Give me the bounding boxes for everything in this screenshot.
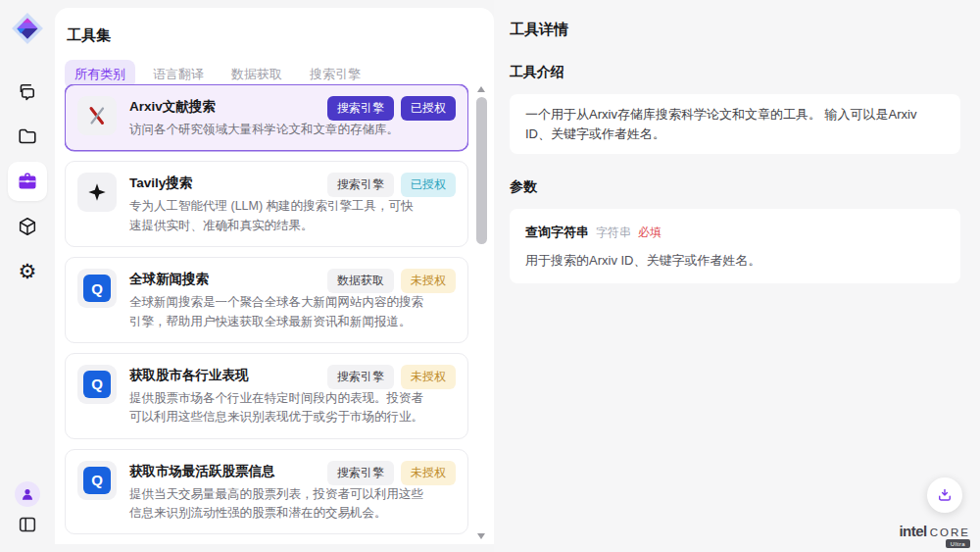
ultra-badge: Ultra <box>946 539 970 548</box>
tool-desc: 提供股票市场各个行业在特定时间段内的表现。投资者可以利用这些信息来识别表现优于或… <box>129 389 423 427</box>
news-q-logo-icon: Q <box>77 269 117 308</box>
tool-detail-panel: 工具详情 工具介绍 一个用于从Arxiv存储库搜索科学论文和文章的工具。 输入可… <box>494 0 980 552</box>
scrollbar-thumb[interactable] <box>476 97 487 244</box>
tool-card-active-stocks[interactable]: Q 获取市场最活跃股票信息 提供当天交易量最高的股票列表，投资者可以利用这些信息… <box>65 449 468 535</box>
category-badge: 数据获取 <box>327 269 394 293</box>
param-desc: 用于搜索的Arxiv ID、关键字或作者姓名。 <box>525 251 945 271</box>
intro-card: 一个用于从Arxiv存储库搜索科学论文和文章的工具。 输入可以是Arxiv ID… <box>510 94 960 154</box>
news-q-logo-icon: Q <box>77 365 117 404</box>
intel-core-logo: intel core Ultra <box>899 523 970 539</box>
param-type: 字符串 <box>596 224 631 241</box>
folder-icon[interactable] <box>16 125 39 148</box>
auth-badge: 未授权 <box>401 365 456 389</box>
detail-title: 工具详情 <box>510 21 960 39</box>
param-required-flag: 必填 <box>638 224 662 241</box>
scroll-down-arrow-icon[interactable] <box>477 533 485 539</box>
cube-icon[interactable] <box>16 215 39 238</box>
tool-card-arxiv[interactable]: Arxiv文献搜索 访问各个研究领域大量科学论文和文章的存储库。 搜索引擎 已授… <box>65 84 468 151</box>
tool-desc: 全球新闻搜索是一个聚合全球各大新闻网站内容的搜索引擎，帮助用户快速获取全球最新资… <box>129 293 423 331</box>
tool-card-global-news[interactable]: Q 全球新闻搜索 全球新闻搜索是一个聚合全球各大新闻网站内容的搜索引擎，帮助用户… <box>65 257 468 343</box>
scroll-up-arrow-icon[interactable] <box>477 86 485 92</box>
toolbox-icon-active[interactable] <box>8 162 47 201</box>
tool-desc: 专为人工智能代理 (LLM) 构建的搜索引擎工具，可快速提供实时、准确和真实的结… <box>129 197 423 235</box>
download-icon <box>936 486 954 504</box>
tool-card-sector-performance[interactable]: Q 获取股市各行业表现 提供股票市场各个行业在特定时间段内的表现。投资者可以利用… <box>65 353 468 439</box>
intel-wordmark: intel <box>899 523 926 539</box>
chat-icon[interactable] <box>16 80 39 104</box>
category-badge: 搜索引擎 <box>327 96 394 121</box>
app-logo-icon <box>11 12 44 45</box>
gear-glyph: ⚙ <box>19 261 37 281</box>
category-badge: 搜索引擎 <box>327 461 394 485</box>
auth-badge: 未授权 <box>401 269 456 293</box>
arxiv-logo-icon <box>77 96 117 135</box>
page-title: 工具集 <box>67 26 494 45</box>
left-rail: ⚙ <box>0 0 55 552</box>
category-badge: 搜索引擎 <box>327 173 394 197</box>
auth-badge: 未授权 <box>401 461 456 485</box>
tool-desc: 提供当天交易量最高的股票列表，投资者可以利用这些信息来识别流动性强的股票和潜在的… <box>129 485 423 524</box>
category-badge: 搜索引擎 <box>327 365 394 389</box>
param-name: 查询字符串 <box>525 223 589 242</box>
panel-toggle-icon[interactable] <box>16 513 39 536</box>
tool-desc: 访问各个研究领域大量科学论文和文章的存储库。 <box>129 121 399 139</box>
download-button[interactable] <box>927 477 962 513</box>
rail-bottom <box>0 481 55 536</box>
settings-icon[interactable]: ⚙ <box>16 259 39 282</box>
list-scrollbar <box>475 81 488 544</box>
auth-badge: 已授权 <box>401 96 456 121</box>
tool-card-tavily[interactable]: Tavily搜索 专为人工智能代理 (LLM) 构建的搜索引擎工具，可快速提供实… <box>65 161 468 247</box>
user-avatar-icon[interactable] <box>15 481 40 507</box>
core-wordmark: core <box>930 527 970 538</box>
param-card: 查询字符串 字符串 必填 用于搜索的Arxiv ID、关键字或作者姓名。 <box>510 209 960 283</box>
tool-list: Arxiv文献搜索 访问各个研究领域大量科学论文和文章的存储库。 搜索引擎 已授… <box>65 84 468 543</box>
intro-heading: 工具介绍 <box>510 64 960 81</box>
sidebar-nav: ⚙ <box>0 80 55 303</box>
tavily-star-icon <box>77 173 117 212</box>
tools-panel: 工具集 所有类别 语言翻译 数据获取 搜索引擎 Arxiv文献搜索 访问各个研究… <box>55 8 494 544</box>
auth-badge: 已授权 <box>401 173 456 197</box>
params-heading: 参数 <box>510 178 960 196</box>
news-q-logo-icon: Q <box>77 461 117 500</box>
